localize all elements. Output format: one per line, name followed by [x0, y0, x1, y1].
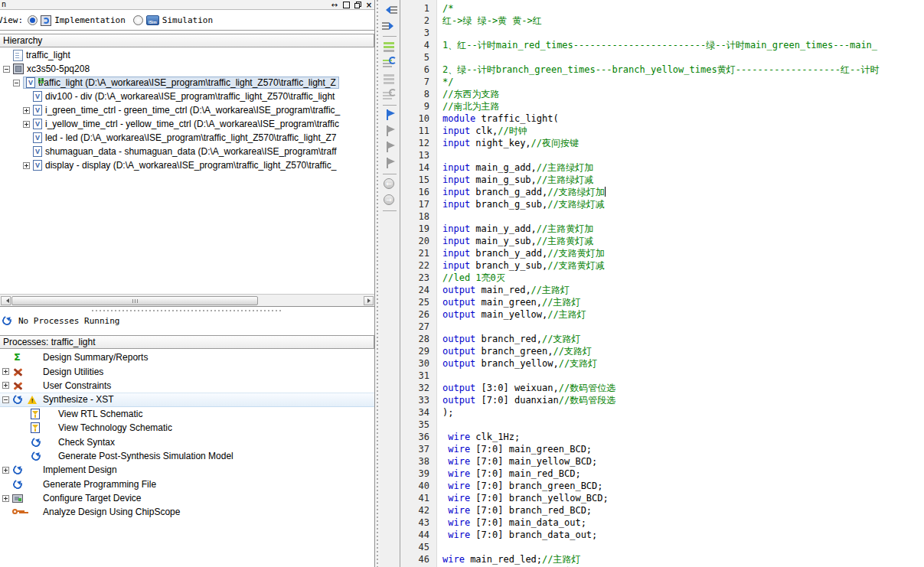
code-line: 36 wire clk_1Hz;	[400, 431, 924, 443]
process-row[interactable]: Analyze Design Using ChipScope	[0, 505, 374, 519]
hierarchy-row[interactable]: i_green_time_ctrl - green_time_ctrl (D:\…	[0, 103, 374, 117]
hierarchy-row[interactable]: xc3s50-5pq208	[0, 62, 374, 76]
gray-lines-button[interactable]	[382, 73, 397, 85]
hierarchy-row[interactable]: shumaguan_data - shumaguan_data (D:\A_wo…	[0, 145, 374, 158]
code-line-text: output main_yellow,//主路灯	[436, 308, 586, 321]
prev-highlight-button[interactable]	[382, 4, 397, 16]
view-option-implementation[interactable]: Implementation	[28, 15, 126, 26]
process-row[interactable]: Implement Design	[0, 463, 374, 477]
panel-float-button[interactable]	[353, 1, 362, 9]
line-number: 42	[400, 504, 436, 516]
view-option-simulation[interactable]: Simulation	[133, 15, 213, 25]
code-line-text: wire [7:0] branch_yellow_BCD;	[436, 492, 609, 504]
code-line-text	[436, 541, 442, 553]
line-number: 13	[400, 149, 436, 161]
process-icon	[31, 451, 42, 461]
code-editor[interactable]: 1/*2红->绿 绿->黄 黄->红341、红--计时main_red_time…	[400, 0, 924, 567]
process-row-label: Generate Post-Synthesis Simulation Model	[58, 451, 233, 461]
process-row[interactable]: Synthesize - XST	[0, 393, 374, 406]
hierarchy-row[interactable]: traffic_light	[0, 48, 374, 62]
scroll-right-button[interactable]	[364, 296, 374, 305]
process-row[interactable]: Design Utilities	[0, 364, 374, 378]
green-undo-button[interactable]	[382, 57, 397, 69]
process-icon	[31, 437, 42, 448]
code-line-text: input branch_y_sub,//支路黄灯减	[436, 259, 605, 272]
simulation-radio[interactable]	[133, 15, 143, 25]
code-line-text: module traffic_light(	[436, 112, 559, 125]
expand-icon[interactable]	[2, 368, 9, 375]
code-line: 44 wire [7:0] branch_data_out;	[400, 529, 924, 541]
process-row[interactable]: User Constraints	[0, 379, 374, 393]
hierarchy-row[interactable]: display - display (D:\A_workarea\ISE_pro…	[0, 158, 374, 172]
code-line-text: output main_green,//主路灯	[436, 296, 581, 308]
code-line: 20input main_y_sub,//主路黄灯减	[400, 235, 924, 247]
panel-resize-button[interactable]: ↔	[330, 1, 339, 9]
process-row[interactable]: Design Summary/Reports	[0, 350, 374, 364]
process-row[interactable]: Configure Target Device	[0, 491, 374, 505]
process-row[interactable]: Check Syntax	[0, 435, 374, 448]
code-line-text: output branch_green,//支路灯	[436, 345, 592, 357]
hierarchy-row[interactable]: i_yellow_time_ctrl - yellow_time_ctrl (D…	[0, 117, 374, 131]
collapse-icon[interactable]	[3, 66, 10, 73]
process-icon	[12, 394, 24, 405]
vfile-icon	[33, 119, 42, 129]
implementation-icon	[41, 15, 51, 26]
line-number: 29	[400, 345, 436, 357]
process-row[interactable]: View RTL Schematic	[0, 407, 374, 421]
bookmark-next-button[interactable]	[382, 125, 397, 138]
line-number: 27	[400, 321, 436, 333]
next-highlight-button[interactable]	[382, 20, 397, 32]
tools-icon	[12, 380, 24, 391]
process-row[interactable]: Generate Programming File	[0, 477, 374, 491]
vfile-icon	[33, 105, 42, 116]
code-line: 33output [7:0] duanxian//数码管段选	[400, 394, 924, 406]
nav-forward-button[interactable]	[382, 194, 397, 207]
green-lines-button[interactable]	[382, 41, 397, 53]
code-line-text	[436, 321, 442, 333]
code-line-text: /*	[436, 2, 453, 15]
implementation-radio[interactable]	[28, 15, 38, 25]
process-row[interactable]: Generate Post-Synthesis Simulation Model	[0, 449, 374, 463]
line-number: 37	[400, 443, 436, 455]
collapse-icon[interactable]	[2, 396, 9, 403]
bookmark-clear-button[interactable]	[382, 158, 397, 170]
expand-icon[interactable]	[2, 467, 9, 474]
scroll-left-button[interactable]	[1, 296, 11, 305]
nav-back-button[interactable]	[382, 178, 397, 191]
line-number: 26	[400, 308, 436, 321]
expand-icon[interactable]	[2, 382, 9, 389]
gray-undo-button[interactable]	[382, 89, 397, 101]
ise-project-navigator: n ↔ × View: Implementation Simulation	[0, 0, 924, 567]
vmodule-icon	[26, 77, 35, 88]
hierarchy-row-label: led - led (D:\A_workarea\ISE_program\tra…	[45, 132, 336, 143]
hierarchy-row[interactable]: led - led (D:\A_workarea\ISE_program\tra…	[0, 131, 374, 145]
code-line-text: //led 1亮0灭	[436, 272, 505, 284]
process-row-label: Analyze Design Using ChipScope	[43, 507, 180, 517]
expand-icon[interactable]	[23, 162, 30, 169]
collapse-icon[interactable]	[13, 80, 20, 86]
bookmark-prev-button[interactable]	[382, 142, 397, 154]
doc-icon	[13, 50, 23, 61]
line-number: 9	[400, 100, 436, 112]
line-number: 33	[400, 394, 436, 406]
code-line: 41 wire [7:0] branch_yellow_BCD;	[400, 492, 924, 504]
code-line: 26output main_yellow,//主路灯	[400, 308, 924, 321]
hscrollbar-thumb[interactable]	[11, 296, 258, 305]
processes-header-label: Processes: traffic_light	[3, 337, 96, 347]
expand-icon[interactable]	[2, 495, 9, 502]
panel-maximize-button[interactable]	[341, 1, 351, 9]
line-number: 22	[400, 259, 436, 272]
hierarchy-row[interactable]: div100 - div (D:\A_workarea\ISE_program\…	[0, 90, 374, 103]
editor-toolbar	[380, 0, 400, 567]
expand-icon[interactable]	[23, 121, 30, 128]
hierarchy-row-label: traffic_light	[26, 50, 70, 60]
code-line: 19input main_y_add,//主路黄灯加	[400, 223, 924, 235]
panel-close-button[interactable]: ×	[364, 1, 374, 9]
line-number: 30	[400, 357, 436, 370]
expand-icon[interactable]	[23, 107, 30, 114]
bookmark-button[interactable]	[382, 109, 397, 122]
process-row[interactable]: View Technology Schematic	[0, 421, 374, 435]
line-number: 41	[400, 492, 436, 504]
processes-header: Processes: traffic_light	[0, 335, 374, 349]
hierarchy-row[interactable]: traffic_light (D:\A_workarea\ISE_program…	[0, 76, 374, 90]
